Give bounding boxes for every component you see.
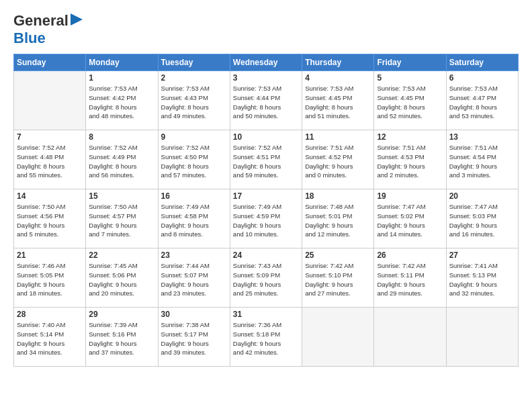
day-info-line: and 18 minutes. (17, 289, 62, 297)
day-info-line: Sunrise: 7:47 AM (449, 203, 498, 210)
day-info-line: and 2 minutes. (377, 171, 418, 179)
weekday-header-wednesday: Wednesday (230, 54, 302, 71)
day-number: 21 (17, 250, 83, 260)
calendar-cell: 11Sunrise: 7:51 AMSunset: 4:52 PMDayligh… (302, 130, 374, 189)
calendar-cell: 14Sunrise: 7:50 AMSunset: 4:56 PMDayligh… (14, 189, 86, 248)
day-info-line: and 42 minutes. (233, 349, 279, 356)
calendar-cell: 1Sunrise: 7:53 AMSunset: 4:42 PMDaylight… (86, 71, 158, 130)
day-info: Sunrise: 7:49 AMSunset: 4:59 PMDaylight:… (233, 202, 299, 239)
day-info-line: Sunset: 4:47 PM (449, 94, 496, 101)
day-info-line: Sunrise: 7:52 AM (233, 144, 281, 151)
header: General Blue (13, 12, 519, 47)
day-info-line: Daylight: 8 hours (377, 103, 425, 111)
day-info: Sunrise: 7:49 AMSunset: 4:58 PMDaylight:… (161, 202, 227, 239)
day-info-line: Sunset: 4:51 PM (233, 153, 280, 161)
day-info-line: Sunset: 5:10 PM (305, 271, 352, 279)
day-info-line: Daylight: 9 hours (161, 222, 209, 229)
day-info-line: Sunrise: 7:40 AM (17, 321, 65, 328)
calendar-body: 1Sunrise: 7:53 AMSunset: 4:42 PMDaylight… (14, 71, 519, 367)
day-info-line: Daylight: 9 hours (449, 163, 497, 170)
day-info: Sunrise: 7:45 AMSunset: 5:06 PMDaylight:… (89, 261, 154, 298)
day-info-line: Sunset: 5:14 PM (17, 330, 64, 338)
week-row-4: 21Sunrise: 7:46 AMSunset: 5:05 PMDayligh… (14, 248, 519, 308)
day-info: Sunrise: 7:44 AMSunset: 5:07 PMDaylight:… (161, 261, 227, 298)
weekday-header-row: SundayMondayTuesdayWednesdayThursdayFrid… (14, 54, 519, 71)
day-number: 16 (161, 191, 227, 201)
day-info-line: and 0 minutes. (305, 171, 347, 179)
day-info-line: Sunset: 4:58 PM (161, 212, 208, 220)
day-info-line: Sunset: 5:17 PM (161, 330, 208, 338)
day-info-line: Sunset: 4:50 PM (161, 153, 208, 161)
day-number: 13 (449, 132, 515, 142)
day-info-line: and 7 minutes. (89, 230, 130, 238)
day-info-line: Daylight: 9 hours (449, 281, 497, 288)
day-info: Sunrise: 7:38 AMSunset: 5:17 PMDaylight:… (161, 320, 227, 357)
day-info: Sunrise: 7:42 AMSunset: 5:11 PMDaylight:… (377, 261, 443, 298)
weekday-header-thursday: Thursday (302, 54, 374, 71)
page: General Blue SundayMondayTuesdayWednesda… (0, 0, 532, 411)
day-info-line: Sunrise: 7:42 AM (377, 262, 425, 269)
day-info-line: and 10 minutes. (233, 230, 279, 238)
day-info-line: Sunset: 4:43 PM (161, 94, 208, 101)
day-number: 26 (377, 250, 443, 260)
day-info-line: and 50 minutes. (233, 112, 279, 120)
calendar-cell (374, 308, 446, 367)
day-info-line: Sunrise: 7:45 AM (89, 262, 137, 269)
day-info-line: Daylight: 9 hours (233, 281, 281, 288)
day-info-line: Daylight: 9 hours (305, 281, 353, 288)
week-row-3: 14Sunrise: 7:50 AMSunset: 4:56 PMDayligh… (14, 189, 519, 248)
day-number: 10 (233, 132, 299, 142)
day-number: 29 (89, 310, 154, 319)
day-number: 15 (89, 191, 154, 201)
week-row-1: 1Sunrise: 7:53 AMSunset: 4:42 PMDaylight… (14, 71, 519, 130)
day-info-line: and 32 minutes. (449, 289, 495, 297)
logo: General Blue (13, 12, 83, 47)
day-number: 28 (17, 310, 83, 319)
day-number: 24 (233, 250, 299, 260)
day-info: Sunrise: 7:52 AMSunset: 4:48 PMDaylight:… (17, 143, 83, 180)
day-info-line: Sunrise: 7:39 AM (89, 321, 137, 328)
day-info-line: Daylight: 9 hours (17, 222, 64, 229)
day-number: 20 (449, 191, 515, 201)
logo-general: General (13, 12, 69, 30)
calendar-cell: 17Sunrise: 7:49 AMSunset: 4:59 PMDayligh… (230, 189, 302, 248)
day-info-line: Sunrise: 7:41 AM (449, 262, 498, 269)
day-info-line: Daylight: 9 hours (377, 163, 425, 170)
day-info-line: Sunset: 4:45 PM (377, 94, 424, 101)
day-info-line: Sunrise: 7:49 AM (233, 203, 281, 210)
day-info-line: Daylight: 9 hours (377, 281, 425, 288)
day-info-line: Daylight: 9 hours (17, 281, 64, 288)
day-info: Sunrise: 7:53 AMSunset: 4:45 PMDaylight:… (305, 84, 371, 121)
day-info-line: and 5 minutes. (17, 230, 58, 238)
day-info: Sunrise: 7:53 AMSunset: 4:44 PMDaylight:… (233, 84, 299, 121)
calendar-cell: 31Sunrise: 7:36 AMSunset: 5:18 PMDayligh… (230, 308, 302, 367)
day-info: Sunrise: 7:46 AMSunset: 5:05 PMDaylight:… (17, 261, 83, 298)
day-info: Sunrise: 7:53 AMSunset: 4:45 PMDaylight:… (377, 84, 443, 121)
calendar-cell: 7Sunrise: 7:52 AMSunset: 4:48 PMDaylight… (14, 130, 86, 189)
day-info-line: Sunrise: 7:42 AM (305, 262, 353, 269)
day-info-line: Sunset: 4:59 PM (233, 212, 280, 220)
day-number: 8 (89, 132, 154, 142)
day-info-line: and 8 minutes. (161, 230, 203, 238)
day-number: 31 (233, 310, 299, 319)
day-info-line: Sunrise: 7:44 AM (161, 262, 210, 269)
day-number: 1 (89, 73, 154, 83)
day-info-line: Sunrise: 7:51 AM (449, 144, 498, 151)
weekday-header-saturday: Saturday (446, 54, 518, 71)
calendar-cell: 16Sunrise: 7:49 AMSunset: 4:58 PMDayligh… (158, 189, 230, 248)
day-info-line: and 52 minutes. (377, 112, 423, 120)
calendar-cell: 15Sunrise: 7:50 AMSunset: 4:57 PMDayligh… (86, 189, 158, 248)
day-info-line: Sunrise: 7:53 AM (233, 85, 281, 92)
svg-marker-0 (71, 13, 83, 26)
calendar-cell: 22Sunrise: 7:45 AMSunset: 5:06 PMDayligh… (86, 248, 158, 308)
day-info-line: Sunrise: 7:53 AM (377, 85, 425, 92)
day-info-line: Daylight: 8 hours (233, 163, 281, 170)
calendar-cell: 4Sunrise: 7:53 AMSunset: 4:45 PMDaylight… (302, 71, 374, 130)
calendar-cell: 24Sunrise: 7:43 AMSunset: 5:09 PMDayligh… (230, 248, 302, 308)
day-info-line: and 20 minutes. (89, 289, 134, 297)
weekday-header-friday: Friday (374, 54, 446, 71)
day-info-line: Sunrise: 7:53 AM (305, 85, 353, 92)
day-info-line: Sunrise: 7:52 AM (17, 144, 65, 151)
day-info-line: and 48 minutes. (89, 112, 134, 120)
day-info-line: and 27 minutes. (305, 289, 351, 297)
